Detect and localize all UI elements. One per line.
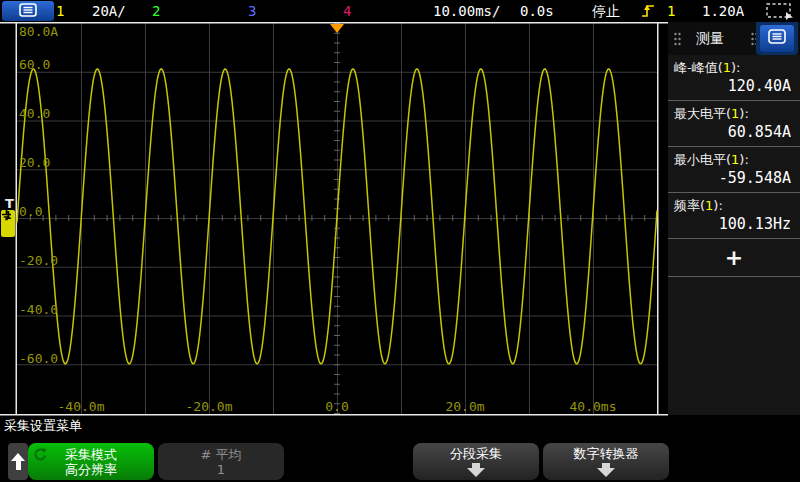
measurement-value: -59.548A: [668, 168, 800, 189]
channel-1-scale[interactable]: 20A/: [92, 2, 126, 20]
measurement-value: 120.40A: [668, 76, 800, 97]
hamburger-menu-icon: [768, 29, 786, 48]
trigger-level-marker[interactable]: T: [5, 196, 14, 211]
main-menu-button[interactable]: [2, 1, 54, 21]
run-state-label: 停止: [592, 2, 620, 20]
down-arrow-icon: [467, 461, 485, 477]
down-arrow-icon: [597, 461, 615, 477]
measurement-value: 100.13Hz: [668, 214, 800, 235]
channel-2-indicator[interactable]: 2: [152, 2, 160, 20]
measurement-label: 峰-峰值(1):: [668, 59, 800, 76]
average-count-button[interactable]: # 平均 1: [158, 443, 284, 480]
menu-title: 采集设置菜单: [4, 417, 82, 435]
hamburger-menu-icon: [19, 2, 37, 21]
measurement-label: 频率(1):: [668, 197, 800, 214]
softkey-menu-bar: 采集设置菜单 采集模式 高分辨率 # 平均 1 分段采集 数字转换器: [0, 416, 800, 482]
measurement-item-vmax[interactable]: 最大电平(1): 60.854A: [668, 101, 800, 147]
acq-mode-value: 高分辨率: [65, 462, 117, 477]
acq-mode-label: 采集模式: [65, 447, 117, 462]
trigger-position-marker[interactable]: [330, 24, 344, 33]
measurement-item-vpp[interactable]: 峰-峰值(1): 120.40A: [668, 55, 800, 101]
channel-1-ground-marker[interactable]: 1: [1, 210, 15, 237]
back-button[interactable]: [8, 443, 28, 480]
measurement-panel-header[interactable]: 测量: [668, 22, 800, 55]
measurement-label: 最小电平(1):: [668, 151, 800, 168]
segmented-label: 分段采集: [450, 446, 502, 461]
up-arrow-icon: [11, 453, 25, 470]
digitizer-button[interactable]: 数字转换器: [543, 443, 669, 480]
segmented-acquisition-button[interactable]: 分段采集: [413, 443, 539, 480]
channel-4-indicator[interactable]: 4: [343, 2, 351, 20]
cycle-arrow-icon: [33, 447, 48, 466]
measurement-panel: 测量 峰-峰值(1): 120.40A 最大电平(1): 60.854A 最小电…: [668, 22, 800, 415]
rising-edge-trigger-icon: [641, 3, 656, 22]
panel-menu-tab: [756, 22, 798, 55]
timebase-readout[interactable]: 10.00ms/: [433, 2, 500, 20]
panel-menu-button[interactable]: [760, 25, 794, 52]
channel-3-indicator[interactable]: 3: [248, 2, 256, 20]
drag-dots-icon: [673, 31, 682, 47]
selection-rectangle-icon[interactable]: [766, 3, 794, 24]
waveform-display: T 1 80.0A60.040.020.00.0-20.0-40.0-60.0-…: [0, 22, 668, 416]
top-status-bar: 1 20A/ 2 3 4 10.00ms/ 0.0s 停止 1 1.20A: [0, 0, 800, 22]
digitizer-label: 数字转换器: [574, 446, 639, 461]
panel-title: 测量: [696, 30, 724, 48]
trigger-source-indicator[interactable]: 1: [667, 2, 675, 20]
trigger-level-readout[interactable]: 1.20A: [702, 2, 744, 20]
acq-mode-button[interactable]: 采集模式 高分辨率: [28, 443, 154, 480]
delay-readout[interactable]: 0.0s: [520, 2, 554, 20]
graticule-and-trace: [0, 22, 668, 416]
oscilloscope-screen: 1 20A/ 2 3 4 10.00ms/ 0.0s 停止 1 1.20A T …: [0, 0, 800, 482]
measurement-item-vmin[interactable]: 最小电平(1): -59.548A: [668, 147, 800, 193]
measurement-value: 60.854A: [668, 122, 800, 143]
channel-1-indicator[interactable]: 1: [56, 2, 64, 20]
measurement-item-frequency[interactable]: 频率(1): 100.13Hz: [668, 193, 800, 239]
measurement-label: 最大电平(1):: [668, 105, 800, 122]
average-value: 1: [217, 462, 225, 477]
average-label: # 平均: [200, 447, 241, 462]
add-measurement-button[interactable]: +: [668, 239, 800, 277]
